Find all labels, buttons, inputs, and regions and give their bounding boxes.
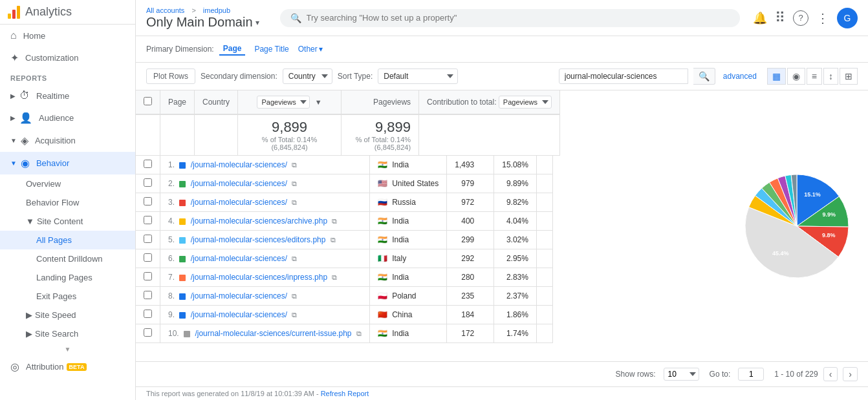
page-link[interactable]: /journal-molecular-sciences/ <box>191 310 287 319</box>
sidebar-behavior-flow-label: Behavior Flow <box>26 198 79 207</box>
contribution-select[interactable]: Pageviews <box>499 96 552 109</box>
copy-icon[interactable]: ⧉ <box>332 273 337 281</box>
customization-icon: ✦ <box>10 52 19 64</box>
page-link[interactable]: /journal-molecular-sciences/inpress.php <box>191 273 327 282</box>
sidebar-item-behavior-flow[interactable]: Behavior Flow <box>0 193 135 212</box>
sidebar-item-realtime[interactable]: ▶ ⏱ Realtime <box>0 85 135 107</box>
row-checkbox[interactable] <box>144 310 152 318</box>
plot-rows-button[interactable]: Plot Rows <box>146 68 195 84</box>
row-checkbox[interactable] <box>144 235 152 243</box>
page-link[interactable]: /journal-molecular-sciences/current-issu… <box>195 329 351 338</box>
row-checkbox[interactable] <box>144 253 152 262</box>
view-pie-icon[interactable]: ◉ <box>787 68 805 85</box>
view-compare-icon[interactable]: ↕ <box>823 68 838 85</box>
page-range: 1 - 10 of 229 <box>774 370 818 379</box>
copy-icon[interactable]: ⧉ <box>356 330 362 337</box>
copy-icon[interactable]: ⧉ <box>292 292 297 300</box>
row-checkbox-cell <box>136 268 160 287</box>
select-all-checkbox[interactable] <box>144 97 152 105</box>
search-input[interactable] <box>307 13 730 23</box>
page-link[interactable]: /journal-molecular-sciences/ <box>191 291 287 300</box>
copy-icon[interactable]: ⧉ <box>292 311 297 319</box>
page-link[interactable]: /journal-molecular-sciences/ <box>191 254 287 263</box>
sidebar-item-site-speed[interactable]: ▶ Site Speed <box>0 306 135 324</box>
breadcrumb-account[interactable]: imedpub <box>203 6 230 14</box>
row-country-cell: 🇺🇸 United States <box>369 174 446 193</box>
app-title: Analytics <box>25 5 72 19</box>
property-selector[interactable]: Only Main Domain ▾ <box>146 15 259 30</box>
sidebar-item-home[interactable]: ⌂ Home <box>0 25 135 47</box>
table-row: 5. /journal-molecular-sciences/editors.p… <box>136 231 552 249</box>
page-link[interactable]: /journal-molecular-sciences/archive.php <box>191 216 327 226</box>
sidebar-item-behavior[interactable]: ▼ ◉ Behavior <box>0 152 135 174</box>
avatar[interactable]: G <box>837 8 858 28</box>
sidebar-item-exit-pages[interactable]: Exit Pages <box>0 287 135 306</box>
copy-icon[interactable]: ⧉ <box>292 255 297 262</box>
copy-icon[interactable]: ⧉ <box>292 161 297 169</box>
row-checkbox[interactable] <box>144 178 152 187</box>
goto-page-input[interactable] <box>738 368 764 381</box>
dim-tab-page[interactable]: Page <box>219 43 246 56</box>
row-checkbox[interactable] <box>144 197 152 205</box>
help-icon[interactable]: ? <box>793 10 808 26</box>
refresh-report-link[interactable]: Refresh Report <box>321 390 369 397</box>
sidebar-item-acquisition[interactable]: ▼ ◈ Acquisition <box>0 129 135 152</box>
row-checkbox[interactable] <box>144 272 152 280</box>
site-speed-expand-icon: ▶ <box>26 310 32 320</box>
row-num: 3. <box>168 198 175 207</box>
prev-page-button[interactable]: ‹ <box>823 367 838 381</box>
search-filter-button[interactable]: 🔍 <box>693 68 715 85</box>
page-link[interactable]: /journal-molecular-sciences/ <box>191 179 287 188</box>
table-row: 3. /journal-molecular-sciences/ ⧉ 🇷🇺 Rus… <box>136 193 552 212</box>
view-pivot-icon[interactable]: ⊞ <box>840 68 858 85</box>
view-list-icon[interactable]: ≡ <box>807 68 822 85</box>
row-checkbox[interactable] <box>144 291 152 299</box>
apps-grid-icon[interactable]: ⠿ <box>775 10 785 26</box>
scroll-down-indicator[interactable]: ▼ <box>0 343 135 355</box>
copy-icon[interactable]: ⧉ <box>292 180 297 187</box>
page-color-dot <box>179 162 186 169</box>
sidebar-item-overview[interactable]: Overview <box>0 174 135 193</box>
search-filter-input[interactable] <box>559 68 688 84</box>
dim-tab-other[interactable]: Other ▾ <box>298 45 323 54</box>
all-pages-label: All Pages <box>36 235 72 245</box>
property-dropdown-arrow[interactable]: ▾ <box>255 18 259 27</box>
country-flag-icon: 🇮🇳 <box>378 329 387 338</box>
next-page-button[interactable]: › <box>843 367 858 381</box>
country-flag-icon: 🇵🇱 <box>378 291 387 300</box>
secondary-dim-select[interactable]: Country <box>283 68 332 84</box>
sidebar-item-customization[interactable]: ✦ Customization <box>0 47 135 69</box>
notification-bell-icon[interactable]: 🔔 <box>753 11 767 25</box>
copy-icon[interactable]: ⧉ <box>292 198 297 206</box>
sidebar-item-attribution[interactable]: ◎ Attribution BETA <box>0 355 135 378</box>
copy-icon[interactable]: ⧉ <box>332 217 337 225</box>
sidebar-item-content-drilldown[interactable]: Content Drilldown <box>0 249 135 268</box>
sidebar-item-landing-pages[interactable]: Landing Pages <box>0 268 135 287</box>
sidebar-item-audience-label: Audience <box>39 113 74 123</box>
sidebar-item-site-search[interactable]: ▶ Site Search <box>0 324 135 343</box>
sidebar-item-audience[interactable]: ▶ 👤 Audience <box>0 107 135 129</box>
row-checkbox[interactable] <box>144 328 152 337</box>
view-table-icon[interactable]: ▦ <box>767 68 786 85</box>
page-link[interactable]: /journal-molecular-sciences/ <box>191 198 287 207</box>
sort-type-select[interactable]: Default Weighted Absolute change Smart <box>378 68 458 84</box>
country-name: Russia <box>392 198 416 207</box>
row-checkbox[interactable] <box>144 160 152 168</box>
row-pageviews-metric-cell: 400 <box>447 212 494 231</box>
attribution-icon: ◎ <box>10 361 19 373</box>
rows-per-page-select[interactable]: 10 25 50 100 500 1000 <box>664 368 699 381</box>
advanced-link[interactable]: advanced <box>723 72 757 81</box>
dim-tab-page-title[interactable]: Page Title <box>250 43 292 55</box>
sidebar-item-behavior-label: Behavior <box>36 158 69 168</box>
page-link[interactable]: /journal-molecular-sciences/ <box>191 160 287 169</box>
page-link[interactable]: /journal-molecular-sciences/editors.php <box>191 235 326 244</box>
country-name: India <box>392 273 409 282</box>
row-pageviews-metric-cell: 979 <box>447 174 494 193</box>
pageviews-metric-select[interactable]: Pageviews <box>257 96 310 109</box>
more-menu-icon[interactable]: ⋮ <box>816 10 829 26</box>
sidebar-item-site-content[interactable]: ▼ Site Content <box>0 212 135 231</box>
breadcrumb-accounts[interactable]: All accounts <box>146 6 186 14</box>
row-checkbox[interactable] <box>144 216 152 224</box>
sidebar-item-all-pages[interactable]: All Pages <box>0 231 135 249</box>
copy-icon[interactable]: ⧉ <box>331 236 336 244</box>
